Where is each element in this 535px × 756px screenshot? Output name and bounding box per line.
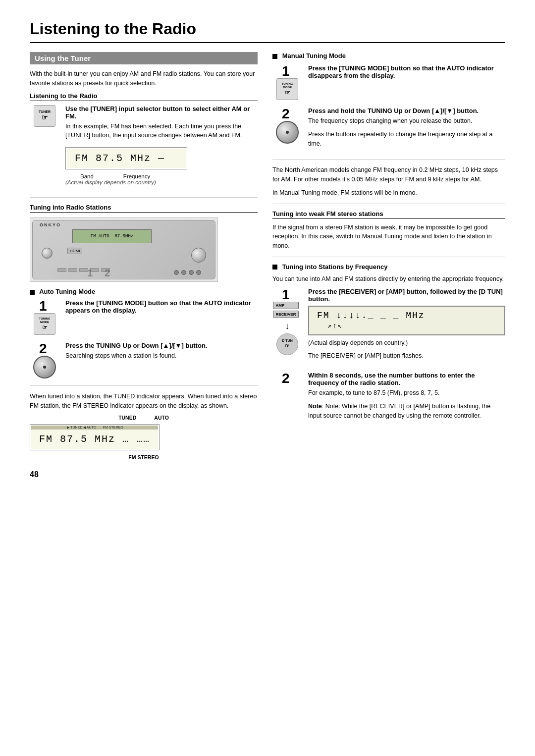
- page-number: 48: [30, 470, 505, 479]
- manual-step2-title: Press and hold the TUNING Up or Down [▲]…: [308, 107, 505, 114]
- manual-step1-icon: 1 TUNINGMODE ☞: [272, 64, 302, 100]
- device-marker-1: 1: [87, 268, 93, 279]
- note-text-2: In Manual Tuning mode, FM stations will …: [272, 188, 505, 198]
- step-listen-1: TUNER ☞ Use the [TUNER] input selector b…: [30, 105, 258, 191]
- dtun-button-icon: D TUN ☞: [276, 333, 298, 355]
- freq-step2-body1: For example, to tune to 87.5 (FM), press…: [308, 388, 505, 398]
- freq-step-1: 1 AMP RECEIVER ↓ D TUN ☞ Press: [272, 288, 505, 365]
- auto-step1-content: Press the [TUNING MODE] button so that t…: [65, 299, 258, 335]
- device-brand-label: ONKYO: [40, 222, 61, 227]
- indicator-bar: ▶ TUNED ◀ AUTO FM STEREO: [31, 426, 158, 430]
- auto-tuning-bullet: [30, 290, 35, 295]
- auto-step-2: 2 Press the TUNING Up or Down [▲]/[▼] bu…: [30, 342, 258, 378]
- freq-step-2: 2 Within 8 seconds, use the number butto…: [272, 372, 505, 424]
- hdmi-label: HDMI: [67, 248, 82, 254]
- freq-display-caption1: (Actual display depends on country.): [308, 338, 505, 348]
- manual-tuning-bullet: [272, 54, 277, 59]
- device-marker-2: 2: [105, 268, 110, 279]
- receiver-icon-group: AMP RECEIVER ↓ D TUN ☞: [273, 302, 302, 355]
- tuned-auto-display-block: TUNED AUTO ▶ TUNED ◀ AUTO FM STEREO FM 8…: [30, 415, 258, 460]
- tuning-knob-icon: [33, 356, 56, 378]
- subsection-title-listening: Listening to the Radio: [30, 92, 258, 101]
- freq-tuning-body: You can tune into AM and FM stations dir…: [272, 274, 505, 284]
- auto-label: AUTO: [154, 415, 169, 421]
- manual-step2-body2: Press the buttons repeatedly to change t…: [308, 130, 505, 149]
- manual-tuning-mode-icon: TUNINGMODE ☞: [276, 78, 298, 100]
- freq-step1-content: Press the [RECEIVER] or [AMP] button, fo…: [308, 288, 505, 365]
- manual-step-2: 2 Press and hold the TUNING Up or Down […: [272, 107, 505, 152]
- auto-step2-icon: 2: [30, 342, 59, 378]
- freq-step2-content: Within 8 seconds, use the number buttons…: [308, 372, 505, 424]
- freq-display-caption2: The [RECEIVER] or [AMP] button flashes.: [308, 351, 505, 361]
- amp-receiver-buttons: AMP RECEIVER: [273, 302, 299, 318]
- step-listen-content: Use the [TUNER] input selector button to…: [65, 105, 258, 191]
- page-title: Listening to the Radio: [30, 20, 505, 43]
- freq-step1-title: Press the [RECEIVER] or [AMP] button, fo…: [308, 288, 503, 303]
- fm-display: FM 87.5 MHz —: [67, 149, 186, 168]
- weak-fm-title: Tuning into weak FM stereo stations: [272, 210, 505, 219]
- display-note: (Actual display depends on country): [65, 179, 258, 185]
- auto-step1-icon: 1 TUNINGMODE ☞: [30, 299, 59, 335]
- buttons-row: [57, 268, 110, 272]
- note-text-1: The North American models change FM freq…: [272, 165, 505, 184]
- intro-text: With the built-in tuner you can enjoy AM…: [30, 69, 258, 88]
- device-inner: ONKYO FM AUTO 87.5MHz HDMI: [32, 220, 215, 279]
- tuned-label: TUNED: [118, 415, 136, 421]
- manual-tuning-title: Manual Tuning Mode: [272, 52, 505, 59]
- freq-step2-icon: 2: [272, 372, 302, 424]
- manual-step2-body1: The frequency stops changing when you re…: [308, 116, 505, 126]
- auto-tuning-title: Auto Tuning Mode: [30, 288, 258, 295]
- left-column: Using the Tuner With the built-in tuner …: [30, 52, 258, 460]
- manual-tuning-knob-icon: [276, 121, 299, 144]
- device-screen: FM AUTO 87.5MHz: [72, 229, 152, 243]
- band-label: Band: [80, 173, 94, 179]
- indicator-text: When tuned into a station, the TUNED ind…: [30, 392, 258, 411]
- auto-step2-content: Press the TUNING Up or Down [▲]/[▼] butt…: [65, 342, 258, 378]
- fm-display-outer: FM 87.5 MHz —: [65, 147, 187, 169]
- manual-step2-content: Press and hold the TUNING Up or Down [▲]…: [308, 107, 505, 152]
- circle-buttons: [174, 270, 201, 275]
- auto-tuning-section: Auto Tuning Mode 1 TUNINGMODE ☞ Press th…: [30, 288, 258, 378]
- display-labels: Band Frequency: [65, 173, 258, 179]
- manual-step-1: 1 TUNINGMODE ☞ Press the [TUNING MODE] b…: [272, 64, 505, 100]
- amp-btn: AMP: [273, 302, 299, 309]
- receiver-btn: RECEIVER: [273, 311, 299, 318]
- device-knob-left: [42, 248, 53, 259]
- auto-step1-title: Press the [TUNING MODE] button so that t…: [65, 299, 251, 314]
- tuned-fm-display: FM 87.5 MHz … ……: [31, 430, 158, 449]
- tuner-button-icon: TUNER ☞: [34, 105, 55, 127]
- section-heading-tuner: Using the Tuner: [30, 52, 258, 64]
- manual-step2-icon: 2: [272, 107, 302, 152]
- freq-step2-title: Within 8 seconds, use the number buttons…: [308, 372, 475, 386]
- device-illustration: ONKYO FM AUTO 87.5MHz HDMI: [30, 217, 218, 282]
- note-bold: Note: [308, 403, 322, 410]
- freq-display: FM ↓↓↓↓._ _ _ MHz ↗↑↖: [308, 306, 505, 335]
- arrow-down-icon: ↓: [285, 321, 290, 331]
- fm-stereo-label: FM STEREO: [30, 454, 258, 460]
- freq-tuning-title: Tuning into Stations by Frequency: [272, 263, 505, 270]
- freq-step1-icon: 1 AMP RECEIVER ↓ D TUN ☞: [272, 288, 302, 365]
- step-icon-area: TUNER ☞: [30, 105, 59, 191]
- right-column: Manual Tuning Mode 1 TUNINGMODE ☞ Press …: [272, 52, 505, 460]
- tuned-fm-display-outer: ▶ TUNED ◀ AUTO FM STEREO FM 87.5 MHz … ……: [30, 424, 160, 450]
- device-knob-right: [191, 248, 206, 263]
- subsection-title-tuning: Tuning into Radio Stations: [30, 204, 258, 213]
- freq-tuning-bullet: [272, 265, 277, 270]
- manual-step1-title: Press the [TUNING MODE] button so that t…: [308, 64, 494, 79]
- auto-step2-body: Searching stops when a station is found.: [65, 351, 258, 361]
- manual-step1-content: Press the [TUNING MODE] button so that t…: [308, 64, 505, 100]
- auto-step-1: 1 TUNINGMODE ☞ Press the [TUNING MODE] b…: [30, 299, 258, 335]
- auto-step2-title: Press the TUNING Up or Down [▲]/[▼] butt…: [65, 342, 258, 349]
- tuned-auto-labels: TUNED AUTO: [30, 415, 258, 421]
- step1-body: In this example, FM has been selected. E…: [65, 122, 258, 141]
- frequency-label: Frequency: [123, 173, 150, 179]
- tuning-mode-button-icon: TUNINGMODE ☞: [34, 313, 55, 335]
- freq-step2-body2: Note: Note: While the [RECEIVER] or [AMP…: [308, 402, 505, 421]
- step1-title: Use the [TUNER] input selector button to…: [65, 105, 250, 120]
- freq-tuning-section: Tuning into Stations by Frequency You ca…: [272, 263, 505, 425]
- weak-fm-body: If the signal from a stereo FM station i…: [272, 223, 505, 251]
